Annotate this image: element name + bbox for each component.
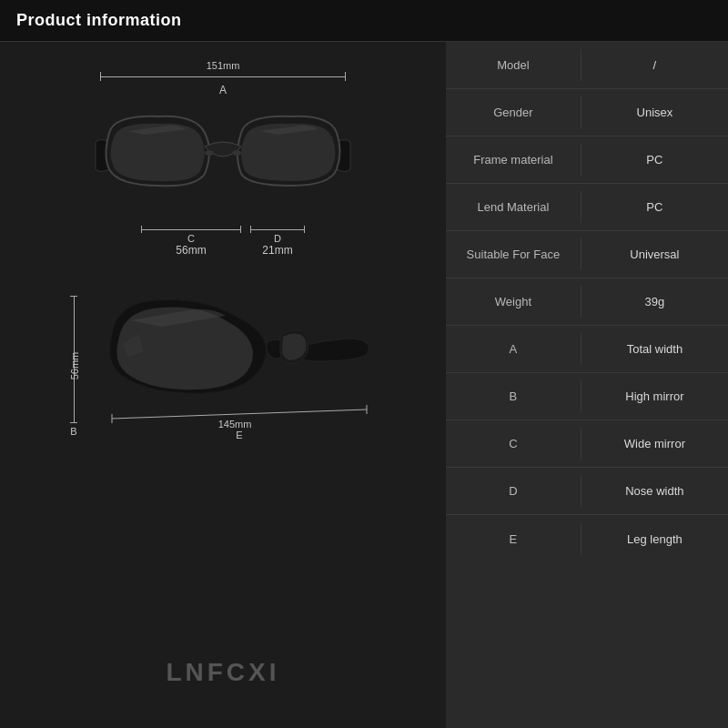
spec-table: Model/GenderUnisexFrame materialPCLend M… (446, 42, 728, 562)
bridge-width-dim: D 21mm (250, 226, 305, 257)
spec-value-10: Leg length (581, 523, 728, 555)
dim-mid (101, 76, 345, 77)
page-wrapper: Product information 151mm A (0, 0, 728, 728)
frame-height-value: 56mm (69, 352, 80, 380)
brand-area: LNFCXI (166, 457, 279, 710)
sunglasses-side-svg: 145mm E (85, 275, 376, 457)
height-dim: B 56mm (70, 293, 77, 439)
spec-key-0: Model (446, 49, 581, 81)
svg-point-1 (232, 150, 241, 156)
spec-value-1: Unisex (581, 96, 728, 128)
bottom-dims: C 56mm D 21mm (141, 226, 305, 257)
b-end-bot (70, 422, 77, 423)
spec-value-5: 39g (581, 286, 728, 318)
bridge-width-label: D (274, 233, 281, 244)
spec-row: DNose width (446, 468, 728, 515)
c-line (141, 226, 241, 233)
spec-row: Frame materialPC (446, 136, 728, 184)
spec-key-10: E (446, 523, 581, 555)
spec-value-6: Total width (581, 333, 728, 365)
spec-key-1: Gender (446, 96, 581, 128)
d-end-r (304, 226, 305, 233)
spec-row: BHigh mirror (446, 373, 728, 420)
left-panel: 151mm A (0, 42, 446, 728)
top-view-diagram: 151mm A (86, 60, 359, 257)
spec-value-3: PC (581, 191, 728, 223)
spec-key-9: D (446, 475, 581, 507)
spec-value-9: Nose width (581, 475, 728, 507)
spec-key-2: Frame material (446, 144, 581, 176)
spec-value-7: High mirror (581, 380, 728, 412)
spec-key-5: Weight (446, 286, 581, 318)
bridge-width-value: 21mm (262, 244, 292, 257)
dim-end-right (345, 72, 346, 81)
header: Product information (0, 0, 728, 42)
page-title: Product information (16, 11, 182, 29)
spec-key-3: Lend Material (446, 191, 581, 223)
spec-key-4: Suitable For Face (446, 238, 581, 270)
lens-width-value: 56mm (176, 244, 206, 257)
frame-height-label: B (70, 426, 76, 437)
spec-key-7: B (446, 380, 581, 412)
spec-key-8: C (446, 428, 581, 460)
spec-row: Lend MaterialPC (446, 184, 728, 231)
spec-value-0: / (581, 49, 728, 81)
side-view-diagram: B 56mm (70, 275, 376, 457)
spec-row: Suitable For FaceUniversal (446, 231, 728, 278)
spec-row: CWide mirror (446, 420, 728, 468)
spec-key-6: A (446, 333, 581, 365)
top-width-line (96, 72, 350, 81)
svg-line-2 (112, 410, 367, 419)
spec-row: ATotal width (446, 326, 728, 373)
svg-text:145mm: 145mm (218, 419, 252, 430)
right-panel: Model/GenderUnisexFrame materialPCLend M… (446, 42, 728, 728)
lens-width-dim: C 56mm (141, 226, 241, 257)
d-line (250, 226, 305, 233)
d-mid (251, 229, 304, 230)
sunglasses-top-svg (86, 96, 359, 224)
content-area: 151mm A (0, 42, 728, 728)
top-width-label: A (219, 84, 227, 96)
spec-row: Weight39g (446, 278, 728, 326)
spec-row: GenderUnisex (446, 89, 728, 136)
c-end-r (240, 226, 241, 233)
top-width-value: 151mm (207, 60, 240, 71)
spec-value-4: Universal (581, 238, 728, 270)
c-mid (142, 229, 240, 230)
spec-value-2: PC (581, 144, 728, 176)
spec-row: ELeg length (446, 515, 728, 562)
spec-row: Model/ (446, 42, 728, 89)
brand-label: LNFCXI (166, 658, 279, 696)
svg-point-0 (205, 150, 214, 156)
svg-text:E: E (236, 430, 242, 440)
lens-width-label: C (187, 233, 195, 244)
spec-value-8: Wide mirror (581, 428, 728, 460)
